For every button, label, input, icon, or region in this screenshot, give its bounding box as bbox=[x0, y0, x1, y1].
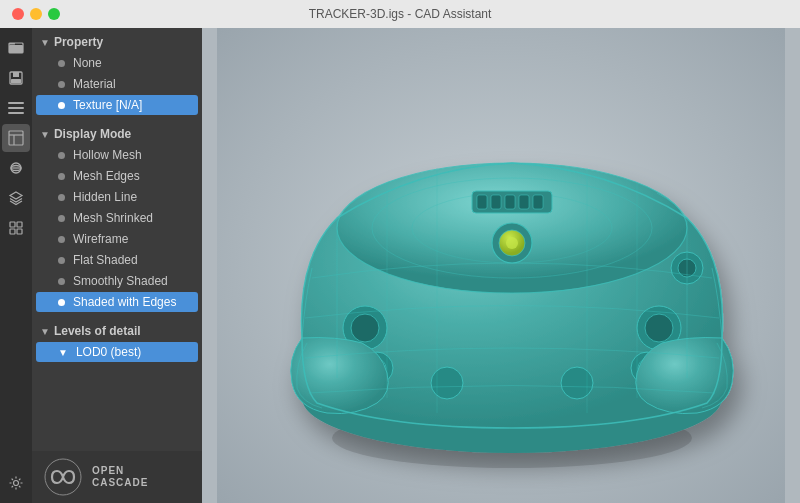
display-mesh-shrinked-item[interactable]: Mesh Shrinked bbox=[36, 208, 198, 228]
property-material-label: Material bbox=[73, 77, 116, 91]
smoothly-shaded-label: Smoothly Shaded bbox=[73, 274, 168, 288]
display-flat-shaded-item[interactable]: Flat Shaded bbox=[36, 250, 198, 270]
dot-icon bbox=[58, 102, 65, 109]
layers-icon[interactable] bbox=[2, 184, 30, 212]
svg-point-39 bbox=[645, 314, 673, 342]
dot-icon bbox=[58, 278, 65, 285]
logo-area: OPEN CASCADE bbox=[32, 451, 202, 503]
transform-icon[interactable] bbox=[2, 214, 30, 242]
dot-icon bbox=[58, 81, 65, 88]
lod0-label: LOD0 (best) bbox=[76, 345, 141, 359]
svg-rect-28 bbox=[477, 195, 487, 209]
svg-rect-30 bbox=[505, 195, 515, 209]
display-mode-section: ▼ Display Mode Hollow Mesh Mesh Edges Hi… bbox=[32, 120, 202, 317]
svg-rect-4 bbox=[13, 72, 19, 77]
display-mode-label: Display Mode bbox=[54, 127, 131, 141]
svg-point-47 bbox=[561, 367, 593, 399]
left-panel: ▼ Property None Material Texture [N/A] ▼… bbox=[32, 28, 202, 503]
dot-icon bbox=[58, 152, 65, 159]
svg-rect-17 bbox=[10, 229, 15, 234]
window-controls[interactable] bbox=[12, 8, 60, 20]
mesh-edges-label: Mesh Edges bbox=[73, 169, 140, 183]
wireframe-label: Wireframe bbox=[73, 232, 128, 246]
mesh-shrinked-label: Mesh Shrinked bbox=[73, 211, 153, 225]
lod-arrow: ▼ bbox=[40, 326, 50, 337]
lod-header[interactable]: ▼ Levels of detail bbox=[32, 321, 202, 341]
svg-rect-32 bbox=[533, 195, 543, 209]
dot-icon bbox=[58, 257, 65, 264]
view-properties-icon[interactable] bbox=[2, 124, 30, 152]
settings-icon[interactable] bbox=[2, 469, 30, 497]
viewport[interactable] bbox=[202, 28, 800, 503]
logo-text: OPEN CASCADE bbox=[92, 465, 148, 489]
property-section: ▼ Property None Material Texture [N/A] bbox=[32, 28, 202, 120]
svg-point-35 bbox=[506, 237, 518, 249]
svg-rect-8 bbox=[8, 112, 24, 114]
lod-label: Levels of detail bbox=[54, 324, 141, 338]
maximize-button[interactable] bbox=[48, 8, 60, 20]
property-texture-item[interactable]: Texture [N/A] bbox=[36, 95, 198, 115]
save-icon[interactable] bbox=[2, 64, 30, 92]
display-mode-header[interactable]: ▼ Display Mode bbox=[32, 124, 202, 144]
svg-point-46 bbox=[431, 367, 463, 399]
dot-icon bbox=[58, 194, 65, 201]
property-none-label: None bbox=[73, 56, 102, 70]
display-mesh-edges-item[interactable]: Mesh Edges bbox=[36, 166, 198, 186]
close-button[interactable] bbox=[12, 8, 24, 20]
lod0-item[interactable]: ▼ LOD0 (best) bbox=[36, 342, 198, 362]
flat-shaded-label: Flat Shaded bbox=[73, 253, 138, 267]
lod-section: ▼ Levels of detail ▼ LOD0 (best) bbox=[32, 317, 202, 367]
svg-rect-2 bbox=[9, 45, 23, 53]
display-hidden-line-item[interactable]: Hidden Line bbox=[36, 187, 198, 207]
dot-icon bbox=[58, 215, 65, 222]
svg-rect-15 bbox=[10, 222, 15, 227]
opencascade-logo-icon bbox=[44, 458, 82, 496]
logo-line2: CASCADE bbox=[92, 477, 148, 489]
svg-rect-9 bbox=[9, 131, 23, 145]
shaded-edges-label: Shaded with Edges bbox=[73, 295, 176, 309]
svg-rect-29 bbox=[491, 195, 501, 209]
display-smoothly-shaded-item[interactable]: Smoothly Shaded bbox=[36, 271, 198, 291]
titlebar: TRACKER-3D.igs - CAD Assistant bbox=[0, 0, 800, 28]
cad-3d-view bbox=[202, 28, 800, 503]
icon-toolbar bbox=[0, 28, 32, 503]
minimize-button[interactable] bbox=[30, 8, 42, 20]
display-hollow-mesh-item[interactable]: Hollow Mesh bbox=[36, 145, 198, 165]
hidden-line-label: Hidden Line bbox=[73, 190, 137, 204]
display-shaded-edges-item[interactable]: Shaded with Edges bbox=[36, 292, 198, 312]
property-material-item[interactable]: Material bbox=[36, 74, 198, 94]
logo-line1: OPEN bbox=[92, 465, 148, 477]
rotate-view-icon[interactable] bbox=[2, 154, 30, 182]
svg-rect-6 bbox=[8, 102, 24, 104]
window-title: TRACKER-3D.igs - CAD Assistant bbox=[309, 7, 492, 21]
dot-icon bbox=[58, 299, 65, 306]
display-arrow: ▼ bbox=[40, 129, 50, 140]
property-label: Property bbox=[54, 35, 103, 49]
svg-point-19 bbox=[14, 481, 19, 486]
svg-point-37 bbox=[351, 314, 379, 342]
list-icon[interactable] bbox=[2, 94, 30, 122]
dot-icon bbox=[58, 173, 65, 180]
property-arrow: ▼ bbox=[40, 37, 50, 48]
svg-rect-18 bbox=[17, 229, 22, 234]
dot-icon bbox=[58, 236, 65, 243]
main-layout: ▼ Property None Material Texture [N/A] ▼… bbox=[0, 28, 800, 503]
file-open-icon[interactable] bbox=[2, 34, 30, 62]
svg-rect-16 bbox=[17, 222, 22, 227]
svg-rect-31 bbox=[519, 195, 529, 209]
property-header[interactable]: ▼ Property bbox=[32, 32, 202, 52]
dot-icon bbox=[58, 60, 65, 67]
property-texture-label: Texture [N/A] bbox=[73, 98, 142, 112]
svg-rect-5 bbox=[11, 79, 21, 83]
svg-rect-7 bbox=[8, 107, 24, 109]
property-none-item[interactable]: None bbox=[36, 53, 198, 73]
display-wireframe-item[interactable]: Wireframe bbox=[36, 229, 198, 249]
hollow-mesh-label: Hollow Mesh bbox=[73, 148, 142, 162]
